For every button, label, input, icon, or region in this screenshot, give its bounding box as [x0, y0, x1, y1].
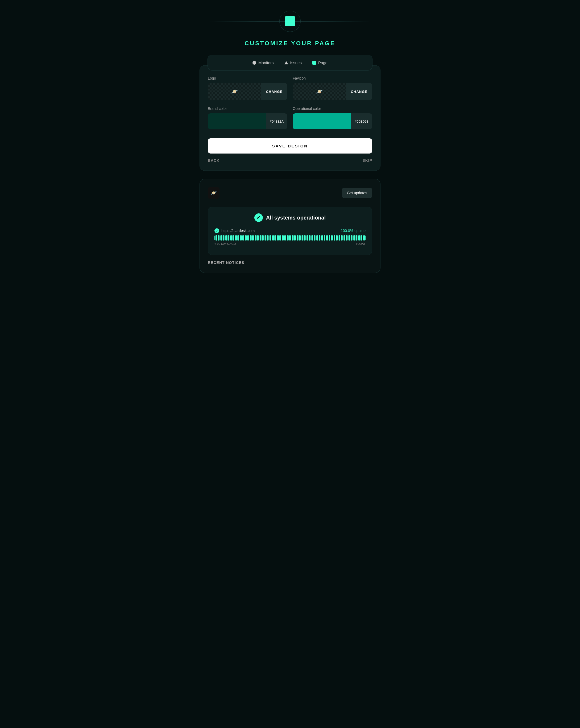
brand-color-swatch [208, 113, 266, 129]
uptime-segment [216, 235, 217, 240]
all-systems-check-icon: ✓ [254, 213, 263, 222]
uptime-segment [272, 235, 273, 240]
page-title: CUSTOMIZE YOUR PAGE [244, 40, 335, 47]
today-label: TODAY [356, 242, 366, 245]
preview-logo: 🪐 [208, 187, 219, 199]
uptime-segment [268, 235, 269, 240]
uptime-segment [240, 235, 241, 240]
uptime-segment [337, 235, 338, 240]
uptime-segment [283, 235, 284, 240]
uptime-segment [277, 235, 278, 240]
tab-monitors-label: Monitors [258, 60, 274, 65]
issues-triangle-icon [284, 61, 288, 64]
operational-color-area[interactable]: #00B093 [293, 113, 372, 129]
uptime-segment [314, 235, 315, 240]
top-square-icon [285, 16, 295, 26]
all-systems-row: ✓ All systems operational [214, 213, 366, 222]
tab-page-label: Page [318, 60, 327, 65]
uptime-segment [341, 235, 342, 240]
uptime-segment [219, 235, 220, 240]
brand-color-hex: #04332A [266, 113, 287, 129]
favicon-change-button[interactable]: CHANGE [346, 83, 372, 100]
uptime-segment [339, 235, 340, 240]
favicon-checker-bg: 🪐 [293, 83, 346, 100]
card-footer: BACK SKIP [208, 158, 372, 162]
uptime-segment [214, 235, 215, 240]
uptime-segment [253, 235, 254, 240]
tab-monitors[interactable]: Monitors [253, 60, 274, 65]
uptime-segment [347, 235, 348, 240]
time-labels: < 90 DAYS AGO TODAY [214, 242, 366, 245]
uptime-segment [285, 235, 286, 240]
brand-color-label: Brand color [208, 106, 287, 111]
uptime-segment [228, 235, 229, 240]
uptime-segment [288, 235, 289, 240]
uptime-segment [311, 235, 312, 240]
uptime-segment [344, 235, 345, 240]
uptime-segment [309, 235, 310, 240]
favicon-planet-icon: 🪐 [316, 88, 323, 95]
uptime-segment [241, 235, 242, 240]
brand-color-section: Brand color #04332A [208, 106, 287, 129]
all-systems-text: All systems operational [266, 215, 326, 221]
tab-page[interactable]: Page [312, 60, 327, 65]
uptime-segment [332, 235, 333, 240]
uptime-segment [317, 235, 318, 240]
uptime-segment [326, 235, 327, 240]
uptime-segment [331, 235, 332, 240]
get-updates-button[interactable]: Get updates [342, 188, 372, 198]
monitor-check-icon: ✓ [214, 228, 219, 233]
recent-notices-label: RECENT NOTICES [208, 260, 372, 265]
uptime-segment [265, 235, 266, 240]
uptime-segment [230, 235, 231, 240]
uptime-segment [273, 235, 274, 240]
save-design-button[interactable]: SAVE DESIGN [208, 138, 372, 154]
brand-color-area[interactable]: #04332A [208, 113, 287, 129]
uptime-segment [246, 235, 247, 240]
tab-issues[interactable]: Issues [284, 60, 302, 65]
monitor-url: https://stardesk.com [221, 229, 255, 233]
skip-link[interactable]: SKIP [362, 158, 372, 162]
uptime-segment [293, 235, 294, 240]
uptime-segment [275, 235, 276, 240]
uptime-segment [354, 235, 355, 240]
tab-issues-label: Issues [290, 60, 302, 65]
uptime-segment [295, 235, 296, 240]
uptime-segment [270, 235, 271, 240]
uptime-segment [257, 235, 258, 240]
tab-nav-card: Monitors Issues Page [208, 55, 372, 71]
uptime-segment [245, 235, 246, 240]
uptime-segment [226, 235, 227, 240]
uptime-segment [361, 235, 362, 240]
uptime-segment [225, 235, 226, 240]
uptime-segment [329, 235, 330, 240]
uptime-segment [238, 235, 239, 240]
logo-change-button[interactable]: CHANGE [261, 83, 287, 100]
uptime-segment [327, 235, 328, 240]
uptime-segment [324, 235, 325, 240]
uptime-segment [334, 235, 335, 240]
favicon-upload-area[interactable]: 🪐 CHANGE [293, 83, 372, 100]
uptime-segment [356, 235, 357, 240]
uptime-segment [231, 235, 232, 240]
preview-logo-icon: 🪐 [211, 190, 216, 196]
uptime-segment [223, 235, 224, 240]
logo-upload-area[interactable]: 🪐 CHANGE [208, 83, 287, 100]
monitors-dot-icon [253, 61, 256, 64]
operational-color-hex: #00B093 [351, 113, 372, 129]
back-link[interactable]: BACK [208, 158, 219, 162]
uptime-segment [321, 235, 322, 240]
uptime-segment [255, 235, 256, 240]
uptime-segment [278, 235, 279, 240]
preview-header: 🪐 Get updates [208, 187, 372, 199]
uptime-segment [319, 235, 320, 240]
logo-label: Logo [208, 76, 287, 80]
top-circle [279, 11, 301, 32]
uptime-segment [290, 235, 291, 240]
uptime-segment [349, 235, 350, 240]
color-section: Brand color #04332A Operational color #0… [208, 106, 372, 129]
uptime-segment [298, 235, 299, 240]
uptime-segment [235, 235, 236, 240]
uptime-segment [287, 235, 288, 240]
uptime-segment [221, 235, 222, 240]
